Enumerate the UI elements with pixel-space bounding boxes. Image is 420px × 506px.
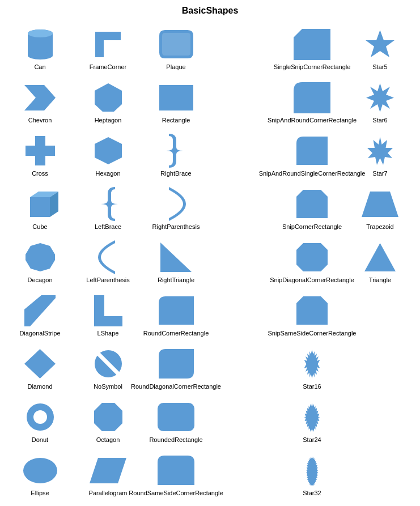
spacer10: [210, 504, 278, 506]
shape-can: Can: [6, 24, 74, 75]
svg-marker-9: [367, 137, 393, 165]
shape-parallelogram-label: Parallelogram: [89, 490, 128, 496]
svg-rect-6: [159, 85, 193, 110]
shape-cross-label: Cross: [32, 170, 48, 177]
shape-donut-label: Donut: [32, 436, 48, 443]
shape-octagon: Octagon: [74, 397, 142, 448]
shape-cube-label: Cube: [32, 223, 47, 230]
shape-roundsame: RoundSameSideCornerRectangle: [142, 450, 210, 501]
shape-diagstripe: DiagonalStripe: [6, 291, 74, 341]
shape-heptagon-label: Heptagon: [95, 117, 122, 124]
svg-marker-26: [304, 403, 320, 432]
spacer10b: [346, 504, 414, 506]
shape-hexagon-label: Hexagon: [95, 170, 120, 177]
svg-marker-30: [306, 456, 318, 486]
shape-star6-label: Star6: [372, 117, 387, 124]
shape-plaque: Plaque: [142, 24, 210, 75]
shape-snipcorner: SnipCornerRectangle: [278, 184, 346, 235]
shape-rectangle: Rectangle: [142, 78, 210, 128]
shape-chevron: Chevron: [6, 78, 74, 128]
shape-snapround: SnipAndRoundCornerRectangle: [278, 78, 346, 128]
shape-hexagon: Hexagon: [74, 131, 142, 181]
shape-snipdiag-label: SnipDiagonalCornerRectangle: [270, 277, 354, 283]
svg-rect-25: [158, 403, 194, 431]
shape-trapezoid-label: Trapezoid: [366, 223, 394, 230]
shape-star4: Star4: [278, 504, 346, 506]
svg-marker-7: [366, 83, 394, 112]
shape-roundcorner-label: RoundCornerRectangle: [143, 330, 209, 337]
spacer9: [210, 450, 278, 501]
shape-cube: Cube: [6, 184, 74, 235]
shape-rounddiag: RoundDiagonalCornerRectangle: [142, 344, 210, 394]
shape-roundsame-label: RoundSameSideCornerRectangle: [129, 490, 223, 496]
shape-ellipse-label: Ellipse: [31, 490, 49, 496]
shape-star6: Star6: [346, 78, 414, 128]
shape-leftbrace: LeftBrace: [74, 184, 142, 235]
shape-rightparen: RightParenthesis: [142, 184, 210, 235]
shape-snaproundsingle: SnipAndRoundSingleCornerRectangle: [278, 131, 346, 181]
svg-point-27: [23, 458, 57, 483]
spacer9b: [346, 450, 414, 501]
shape-singlesnip: SingleSnipCornerRectangle: [278, 24, 346, 75]
shape-cross: Cross: [6, 131, 74, 181]
shape-singlesnip-label: SingleSnipCornerRectangle: [274, 63, 351, 70]
shape-roundedrect-label: RoundedRectangle: [149, 436, 202, 443]
shape-leftparen-label: LeftParenthesis: [86, 277, 129, 283]
svg-point-3: [28, 29, 53, 37]
svg-marker-4: [366, 30, 394, 57]
shape-trapezoid: Trapezoid: [346, 184, 414, 235]
svg-marker-5: [95, 83, 122, 112]
shape-snipsame: SnipSameSideCornerRectangle: [278, 291, 346, 341]
shape-framecorner-label: FrameCorner: [90, 63, 126, 70]
shape-snipdiag: SnipDiagonalCornerRectangle: [278, 237, 346, 288]
shape-singleround: SingleRoundCornerRectangle: [142, 504, 210, 506]
shape-star7: Star7: [346, 131, 414, 181]
spacer7: [210, 344, 278, 394]
spacer8b: [346, 397, 414, 448]
shape-star32: Star32: [278, 450, 346, 501]
shape-righttriangle: RightTriangle: [142, 237, 210, 288]
shape-star16: Star16: [278, 344, 346, 394]
shape-star24: Star24: [278, 397, 346, 448]
shape-decagon-label: Decagon: [27, 277, 52, 283]
shape-rightparen-label: RightParenthesis: [152, 223, 200, 230]
shape-plaque-label: Plaque: [166, 63, 185, 70]
shape-snipcorner-label: SnipCornerRectangle: [282, 223, 342, 230]
shape-lshape-label: LShape: [97, 330, 119, 337]
spacer5: [210, 237, 278, 288]
shape-decagon: Decagon: [6, 237, 74, 288]
shape-can-label: Can: [34, 63, 45, 70]
shape-righttriangle-label: RightTriangle: [158, 277, 194, 283]
shape-heptagon: Heptagon: [74, 78, 142, 128]
shape-rounddiag-label: RoundDiagonalCornerRectangle: [131, 383, 221, 390]
shape-rightbrace-label: RightBrace: [160, 170, 191, 177]
shape-triangle-label: Triangle: [369, 277, 391, 283]
svg-marker-10: [30, 197, 50, 217]
spacer6b: [346, 291, 414, 341]
shape-star7-label: Star7: [372, 170, 387, 177]
shape-roundedrect: RoundedRectangle: [142, 397, 210, 448]
svg-point-23: [33, 410, 47, 424]
page-title: BasicShapes: [6, 6, 414, 16]
svg-marker-28: [90, 458, 126, 483]
shape-framecorner: FrameCorner: [74, 24, 142, 75]
spacer4: [210, 184, 278, 235]
shape-chevron-label: Chevron: [28, 117, 52, 124]
shape-diamond: Diamond: [6, 344, 74, 394]
svg-marker-14: [26, 243, 55, 271]
shape-ellipse: Ellipse: [6, 450, 74, 501]
shape-star32-label: Star32: [303, 490, 321, 496]
shape-leftbrace-label: LeftBrace: [95, 223, 121, 230]
svg-marker-17: [24, 295, 56, 326]
shape-star5-label: Star5: [372, 63, 387, 70]
svg-marker-24: [94, 403, 122, 431]
shape-snipsame-label: SnipSameSideCornerRectangle: [268, 330, 357, 337]
svg-marker-15: [160, 243, 192, 272]
shape-nosymbol-label: NoSymbol: [94, 383, 122, 390]
spacer8: [210, 397, 278, 448]
spacer1: [210, 24, 278, 75]
shape-rightbrace: RightBrace: [142, 131, 210, 181]
shape-octagon-label: Octagon: [96, 436, 120, 443]
shape-triangle: Triangle: [346, 237, 414, 288]
svg-marker-8: [95, 137, 122, 164]
